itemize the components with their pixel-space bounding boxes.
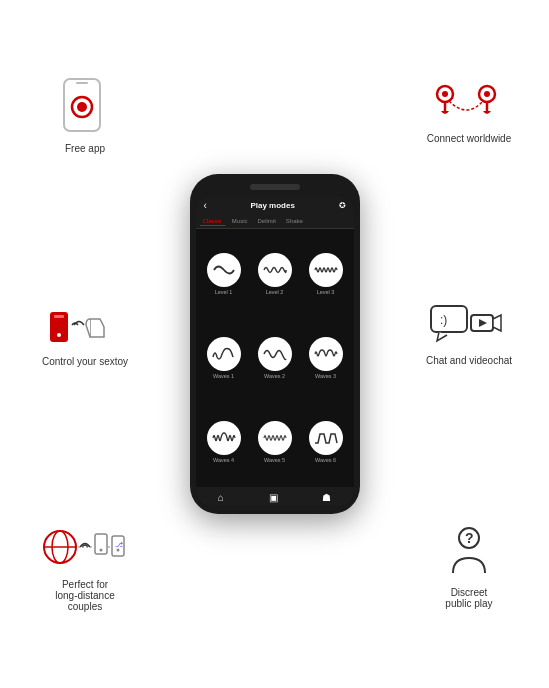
profile-nav-icon[interactable]: ☗ xyxy=(322,492,331,503)
mode-circle-waves5[interactable] xyxy=(258,421,292,455)
left-features-panel: Free app Control your sextoy xyxy=(20,0,150,688)
discreet-icon: ? xyxy=(439,523,499,583)
mode-level3[interactable]: Level 3 xyxy=(302,233,350,314)
bluetooth-icon: ✪ xyxy=(339,201,346,210)
svg-rect-1 xyxy=(76,82,88,84)
svg-text:⎇: ⎇ xyxy=(115,541,123,548)
phone-notch xyxy=(250,184,300,190)
feature-discreet: ? Discreet public play xyxy=(439,523,499,609)
svg-point-5 xyxy=(57,333,61,337)
messages-nav-icon[interactable]: ▣ xyxy=(269,492,278,503)
feature-longdist: ⎇ Perfect for long-distance couples xyxy=(40,520,130,612)
mode-label-waves5: Waves 5 xyxy=(264,457,285,463)
mode-label-level3: Level 3 xyxy=(317,289,335,295)
mode-label-level1: Level 1 xyxy=(215,289,233,295)
longdist-label: Perfect for long-distance couples xyxy=(55,579,114,612)
chat-icon: :) xyxy=(429,301,509,351)
control-label: Control your sextoy xyxy=(42,356,128,367)
mode-label-waves2: Waves 2 xyxy=(264,373,285,379)
feature-free-app: Free app xyxy=(60,77,110,154)
svg-rect-21 xyxy=(431,306,467,332)
screen-tabs: Classic Music Delimit Shake xyxy=(196,215,354,229)
mode-level2[interactable]: Level 2 xyxy=(251,233,299,314)
mode-circle-level2[interactable] xyxy=(258,253,292,287)
home-nav-icon[interactable]: ⌂ xyxy=(218,492,224,503)
mode-label-waves6: Waves 6 xyxy=(315,457,336,463)
svg-point-3 xyxy=(77,102,87,112)
mode-label-waves1: Waves 1 xyxy=(213,373,234,379)
phone-bottom-nav: ⌂ ▣ ☗ xyxy=(196,487,354,506)
feature-chat: :) Chat and videochat xyxy=(426,301,512,366)
phone-mockup: ‹ Play modes ✪ Classic Music Delimit Sha… xyxy=(190,174,360,514)
free-app-label: Free app xyxy=(65,143,105,154)
svg-text:?: ? xyxy=(465,530,474,546)
discreet-label: Discreet public play xyxy=(445,587,492,609)
connect-icon xyxy=(427,79,512,129)
right-features-panel: Connect worldwide :) Chat and videochat xyxy=(399,0,539,688)
svg-text::): :) xyxy=(440,313,447,327)
page-container: Free app Control your sextoy xyxy=(0,0,549,688)
mode-circle-level3[interactable] xyxy=(309,253,343,287)
mode-label-level2: Level 2 xyxy=(266,289,284,295)
mode-waves4[interactable]: Waves 4 xyxy=(200,402,248,483)
back-arrow-icon[interactable]: ‹ xyxy=(204,200,207,211)
mode-circle-waves1[interactable] xyxy=(207,337,241,371)
tab-classic[interactable]: Classic xyxy=(200,217,225,226)
connect-label: Connect worldwide xyxy=(427,133,512,144)
phone-screen: ‹ Play modes ✪ Classic Music Delimit Sha… xyxy=(196,196,354,506)
tab-music[interactable]: Music xyxy=(229,217,251,226)
mode-waves6[interactable]: Waves 6 xyxy=(302,402,350,483)
mode-label-waves4: Waves 4 xyxy=(213,457,234,463)
screen-header: ‹ Play modes ✪ xyxy=(196,196,354,215)
mode-level1[interactable]: Level 1 xyxy=(200,233,248,314)
tab-shake[interactable]: Shake xyxy=(283,217,306,226)
svg-point-11 xyxy=(100,548,103,551)
svg-point-13 xyxy=(117,548,120,551)
feature-connect: Connect worldwide xyxy=(427,79,512,144)
mode-circle-waves6[interactable] xyxy=(309,421,343,455)
mode-circle-waves4[interactable] xyxy=(207,421,241,455)
phone-app-icon xyxy=(60,77,110,139)
mode-waves3[interactable]: Waves 3 xyxy=(302,317,350,398)
mode-circle-level1[interactable] xyxy=(207,253,241,287)
modes-grid: Level 1 Level 2 Level 3 xyxy=(196,229,354,487)
svg-point-20 xyxy=(484,91,490,97)
mode-circle-waves2[interactable] xyxy=(258,337,292,371)
chat-label: Chat and videochat xyxy=(426,355,512,366)
mode-waves2[interactable]: Waves 2 xyxy=(251,317,299,398)
screen-title: Play modes xyxy=(250,201,294,210)
mode-waves5[interactable]: Waves 5 xyxy=(251,402,299,483)
svg-rect-6 xyxy=(54,315,64,318)
control-icon xyxy=(48,307,123,352)
mode-circle-waves3[interactable] xyxy=(309,337,343,371)
longdist-icon: ⎇ xyxy=(40,520,130,575)
feature-control: Control your sextoy xyxy=(42,307,128,367)
mode-label-waves3: Waves 3 xyxy=(315,373,336,379)
mode-waves1[interactable]: Waves 1 xyxy=(200,317,248,398)
tab-delimit[interactable]: Delimit xyxy=(255,217,279,226)
svg-point-18 xyxy=(442,91,448,97)
